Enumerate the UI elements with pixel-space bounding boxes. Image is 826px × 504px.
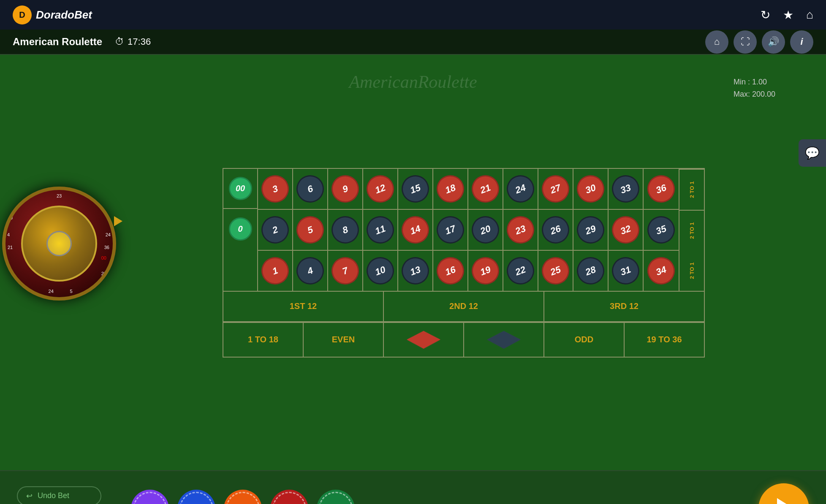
cell-8[interactable]: 8 <box>328 210 363 250</box>
cell-21[interactable]: 21 <box>468 169 503 209</box>
cell-33[interactable]: 33 <box>609 169 644 209</box>
bottom-controls: ↩ Undo Bet ◇ Clear Bet 40 20 4 2 1 <box>0 470 826 504</box>
min-label: Min : 1.00 <box>734 76 775 88</box>
cell-36[interactable]: 36 <box>644 169 679 209</box>
cell-22[interactable]: 22 <box>503 251 538 291</box>
zero-cell-00[interactable]: 00 <box>223 169 257 209</box>
nav-icons: ↻ ★ ⌂ <box>761 8 813 22</box>
cell-31[interactable]: 31 <box>609 251 644 291</box>
star-icon[interactable]: ★ <box>783 8 793 22</box>
wheel-outer: 23 34 15 3 24 36 00 29 10 5 24 16 33 21 … <box>2 187 116 301</box>
two-to-one-top[interactable]: 2 TO 1 <box>679 169 704 210</box>
chip-2[interactable]: 2 <box>270 490 308 504</box>
logo-area: D DoradoBet <box>13 5 92 24</box>
clock-icon: ⏱ <box>115 36 124 47</box>
number-row-mid: 2 5 8 11 14 17 20 23 26 29 32 35 <box>258 210 679 251</box>
table-area: 00 0 3 6 9 12 15 18 2 <box>118 55 826 470</box>
chip-1-label: 1 <box>333 502 339 504</box>
roulette-table: 00 0 3 6 9 12 15 18 2 <box>223 168 705 358</box>
two-to-one-col: 2 TO 1 2 TO 1 2 TO 1 <box>679 169 704 291</box>
cell-9[interactable]: 9 <box>328 169 363 209</box>
cell-1[interactable]: 1 <box>258 251 293 291</box>
cell-19[interactable]: 19 <box>468 251 503 291</box>
cell-4[interactable]: 4 <box>293 251 328 291</box>
cell-14[interactable]: 14 <box>398 210 433 250</box>
red-diamond <box>406 331 441 349</box>
cell-12[interactable]: 12 <box>363 169 398 209</box>
chip-20[interactable]: 20 <box>177 490 215 504</box>
black-diamond <box>486 331 521 349</box>
cell-34[interactable]: 34 <box>644 251 679 291</box>
fullscreen-button[interactable]: ⛶ <box>734 30 757 54</box>
chip-1[interactable]: 1 <box>317 490 355 504</box>
home-button[interactable]: ⌂ <box>705 30 728 54</box>
header-buttons: ⌂ ⛶ 🔊 i <box>705 30 813 54</box>
cell-5[interactable]: 5 <box>293 210 328 250</box>
number-cols: 3 6 9 12 15 18 21 24 27 30 33 36 <box>258 169 679 291</box>
19-to-36[interactable]: 19 TO 36 <box>625 323 704 357</box>
refresh-icon[interactable]: ↻ <box>761 8 770 22</box>
undo-label: Undo Bet <box>38 491 69 500</box>
zero-chip-00: 00 <box>229 177 252 200</box>
odd-bet[interactable]: ODD <box>544 323 625 357</box>
cell-24[interactable]: 24 <box>503 169 538 209</box>
cell-35[interactable]: 35 <box>644 210 679 250</box>
first-dozen[interactable]: 1ST 12 <box>223 292 384 321</box>
chip-4[interactable]: 4 <box>224 490 262 504</box>
cell-3[interactable]: 3 <box>258 169 293 209</box>
navbar: D DoradoBet ↻ ★ ⌂ <box>0 0 826 30</box>
time-display: 17:36 <box>128 36 151 47</box>
cell-23[interactable]: 23 <box>503 210 538 250</box>
sound-button[interactable]: 🔊 <box>762 30 785 54</box>
game-header: American Roulette ⏱ 17:36 ⌂ ⛶ 🔊 i <box>0 30 826 55</box>
home-icon[interactable]: ⌂ <box>806 8 813 22</box>
cell-11[interactable]: 11 <box>363 210 398 250</box>
number-grid: 00 0 3 6 9 12 15 18 2 <box>223 169 704 291</box>
wheel-area: 23 34 15 3 24 36 00 29 10 5 24 16 33 21 … <box>0 55 118 470</box>
cell-6[interactable]: 6 <box>293 169 328 209</box>
roulette-wheel: 23 34 15 3 24 36 00 29 10 5 24 16 33 21 … <box>2 153 116 372</box>
chat-button[interactable]: 💬 <box>799 139 826 167</box>
third-dozen[interactable]: 3RD 12 <box>544 292 704 321</box>
two-to-one-bot[interactable]: 2 TO 1 <box>679 251 704 291</box>
cell-28[interactable]: 28 <box>573 251 609 291</box>
brand-name: DoradoBet <box>36 8 92 22</box>
logo-icon: D <box>13 5 32 24</box>
cell-18[interactable]: 18 <box>433 169 468 209</box>
number-row-top: 3 6 9 12 15 18 21 24 27 30 33 36 <box>258 169 679 210</box>
max-label: Max: 200.00 <box>734 88 775 100</box>
zero-cell-0[interactable]: 0 <box>223 209 257 249</box>
chips-area: 40 20 4 2 1 <box>131 490 355 504</box>
even-bet[interactable]: EVEN <box>304 323 384 357</box>
play-icon <box>777 498 794 504</box>
cell-7[interactable]: 7 <box>328 251 363 291</box>
cell-30[interactable]: 30 <box>573 169 609 209</box>
cell-29[interactable]: 29 <box>573 210 609 250</box>
cell-25[interactable]: 25 <box>538 251 573 291</box>
game-time: ⏱ 17:36 <box>115 36 151 47</box>
cell-16[interactable]: 16 <box>433 251 468 291</box>
cell-27[interactable]: 27 <box>538 169 573 209</box>
cell-32[interactable]: 32 <box>609 210 644 250</box>
game-title: American Roulette <box>13 36 102 48</box>
cell-20[interactable]: 20 <box>468 210 503 250</box>
bet-buttons: ↩ Undo Bet ◇ Clear Bet <box>17 486 101 504</box>
zero-chip-0: 0 <box>229 217 252 241</box>
chip-40[interactable]: 40 <box>131 490 169 504</box>
cell-2[interactable]: 2 <box>258 210 293 250</box>
cell-13[interactable]: 13 <box>398 251 433 291</box>
play-button[interactable] <box>758 483 809 504</box>
second-dozen[interactable]: 2ND 12 <box>384 292 544 321</box>
info-button[interactable]: i <box>790 30 813 54</box>
cell-10[interactable]: 10 <box>363 251 398 291</box>
two-to-one-mid[interactable]: 2 TO 1 <box>679 210 704 251</box>
undo-bet-button[interactable]: ↩ Undo Bet <box>17 486 101 504</box>
cell-15[interactable]: 15 <box>398 169 433 209</box>
cell-17[interactable]: 17 <box>433 210 468 250</box>
black-bet[interactable] <box>464 323 544 357</box>
cell-26[interactable]: 26 <box>538 210 573 250</box>
one-to-18[interactable]: 1 TO 18 <box>223 323 304 357</box>
game-area: AmericanRoulette Min : 1.00 Max: 200.00 … <box>0 55 826 470</box>
red-bet[interactable] <box>384 323 464 357</box>
chip-2-label: 2 <box>286 502 292 504</box>
